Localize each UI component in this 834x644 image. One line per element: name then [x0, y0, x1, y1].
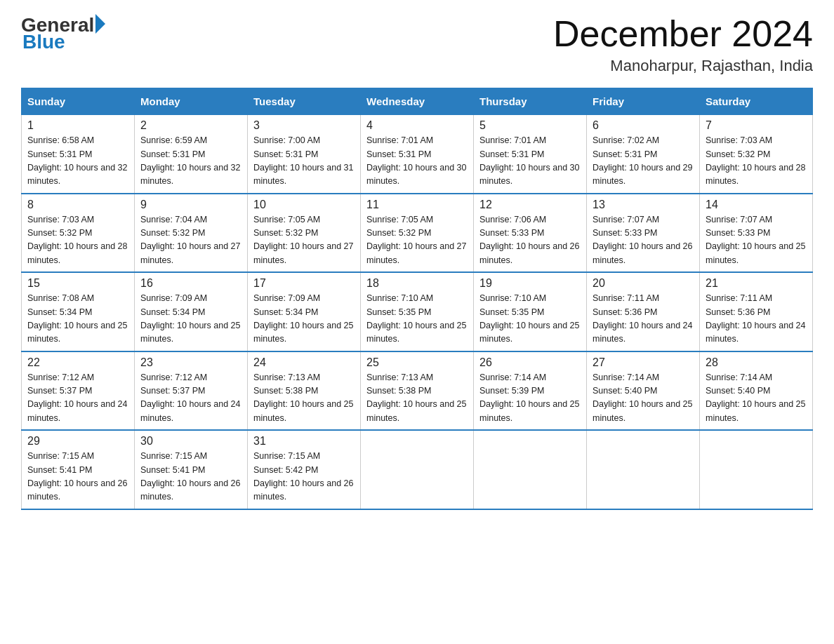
- day-info: Sunrise: 7:03 AMSunset: 5:32 PMDaylight:…: [27, 215, 127, 265]
- day-info: Sunrise: 7:07 AMSunset: 5:33 PMDaylight:…: [706, 215, 805, 265]
- calendar-day-24: 24 Sunrise: 7:13 AMSunset: 5:38 PMDaylig…: [248, 351, 361, 431]
- calendar-day-19: 19 Sunrise: 7:10 AMSunset: 5:35 PMDaylig…: [474, 272, 587, 351]
- calendar-day-3: 3 Sunrise: 7:00 AMSunset: 5:31 PMDayligh…: [248, 115, 361, 194]
- day-info: Sunrise: 7:14 AMSunset: 5:40 PMDaylight:…: [593, 373, 692, 423]
- calendar-day-6: 6 Sunrise: 7:02 AMSunset: 5:31 PMDayligh…: [587, 115, 700, 194]
- day-number: 2: [140, 119, 241, 132]
- day-number: 28: [706, 356, 807, 369]
- day-info: Sunrise: 7:10 AMSunset: 5:35 PMDaylight:…: [479, 293, 579, 344]
- calendar-day-1: 1 Sunrise: 6:58 AMSunset: 5:31 PMDayligh…: [22, 115, 135, 194]
- calendar-week-row-3: 15 Sunrise: 7:08 AMSunset: 5:34 PMDaylig…: [22, 272, 813, 351]
- day-number: 21: [706, 277, 807, 290]
- day-number: 12: [479, 199, 581, 211]
- weekday-header-saturday: Saturday: [700, 88, 813, 115]
- day-number: 18: [366, 277, 468, 290]
- calendar-day-15: 15 Sunrise: 7:08 AMSunset: 5:34 PMDaylig…: [22, 272, 135, 351]
- day-number: 9: [140, 199, 241, 211]
- calendar-week-row-4: 22 Sunrise: 7:12 AMSunset: 5:37 PMDaylig…: [22, 351, 813, 431]
- day-number: 13: [593, 199, 694, 211]
- calendar-week-row-2: 8 Sunrise: 7:03 AMSunset: 5:32 PMDayligh…: [22, 194, 813, 273]
- day-info: Sunrise: 7:12 AMSunset: 5:37 PMDaylight:…: [140, 373, 240, 423]
- day-info: Sunrise: 7:06 AMSunset: 5:33 PMDaylight:…: [479, 215, 579, 265]
- weekday-header-friday: Friday: [587, 88, 700, 115]
- calendar-week-row-5: 29 Sunrise: 7:15 AMSunset: 5:41 PMDaylig…: [22, 430, 813, 509]
- weekday-header-thursday: Thursday: [474, 88, 587, 115]
- day-info: Sunrise: 6:58 AMSunset: 5:31 PMDaylight:…: [27, 135, 127, 186]
- day-info: Sunrise: 7:15 AMSunset: 5:41 PMDaylight:…: [140, 451, 240, 502]
- day-number: 16: [140, 277, 241, 290]
- calendar-subtitle: Manoharpur, Rajasthan, India: [553, 57, 813, 75]
- day-number: 17: [253, 277, 355, 290]
- day-number: 10: [253, 199, 355, 211]
- day-info: Sunrise: 7:04 AMSunset: 5:32 PMDaylight:…: [140, 215, 240, 265]
- day-info: Sunrise: 7:09 AMSunset: 5:34 PMDaylight:…: [140, 293, 240, 344]
- day-number: 25: [366, 356, 468, 369]
- day-number: 23: [140, 356, 241, 369]
- day-number: 1: [27, 119, 128, 132]
- calendar-day-4: 4 Sunrise: 7:01 AMSunset: 5:31 PMDayligh…: [361, 115, 474, 194]
- weekday-header-sunday: Sunday: [22, 88, 135, 115]
- day-number: 15: [27, 277, 128, 290]
- calendar-day-5: 5 Sunrise: 7:01 AMSunset: 5:31 PMDayligh…: [474, 115, 587, 194]
- day-info: Sunrise: 7:01 AMSunset: 5:31 PMDaylight:…: [366, 135, 466, 186]
- day-info: Sunrise: 7:12 AMSunset: 5:37 PMDaylight:…: [27, 373, 127, 423]
- day-number: 20: [593, 277, 694, 290]
- day-number: 4: [366, 119, 468, 132]
- day-number: 3: [253, 119, 355, 132]
- logo-blue-text: Blue: [22, 31, 65, 53]
- calendar-day-25: 25 Sunrise: 7:13 AMSunset: 5:38 PMDaylig…: [361, 351, 474, 431]
- day-number: 27: [593, 356, 694, 369]
- day-info: Sunrise: 6:59 AMSunset: 5:31 PMDaylight:…: [140, 135, 240, 186]
- day-info: Sunrise: 7:13 AMSunset: 5:38 PMDaylight:…: [253, 373, 353, 423]
- day-info: Sunrise: 7:14 AMSunset: 5:39 PMDaylight:…: [479, 373, 579, 423]
- calendar-day-17: 17 Sunrise: 7:09 AMSunset: 5:34 PMDaylig…: [248, 272, 361, 351]
- day-number: 26: [479, 356, 581, 369]
- day-info: Sunrise: 7:13 AMSunset: 5:38 PMDaylight:…: [366, 373, 466, 423]
- day-number: 6: [593, 119, 694, 132]
- day-number: 19: [479, 277, 581, 290]
- calendar-day-12: 12 Sunrise: 7:06 AMSunset: 5:33 PMDaylig…: [474, 194, 587, 273]
- calendar-day-31: 31 Sunrise: 7:15 AMSunset: 5:42 PMDaylig…: [248, 430, 361, 509]
- calendar-day-26: 26 Sunrise: 7:14 AMSunset: 5:39 PMDaylig…: [474, 351, 587, 431]
- calendar-table: SundayMondayTuesdayWednesdayThursdayFrid…: [21, 88, 813, 510]
- calendar-day-21: 21 Sunrise: 7:11 AMSunset: 5:36 PMDaylig…: [700, 272, 813, 351]
- day-info: Sunrise: 7:15 AMSunset: 5:42 PMDaylight:…: [253, 451, 353, 502]
- empty-cell: [587, 430, 700, 509]
- day-number: 5: [479, 119, 581, 132]
- day-info: Sunrise: 7:01 AMSunset: 5:31 PMDaylight:…: [479, 135, 579, 186]
- empty-cell: [361, 430, 474, 509]
- day-info: Sunrise: 7:10 AMSunset: 5:35 PMDaylight:…: [366, 293, 466, 344]
- calendar-day-2: 2 Sunrise: 6:59 AMSunset: 5:31 PMDayligh…: [135, 115, 248, 194]
- weekday-header-row: SundayMondayTuesdayWednesdayThursdayFrid…: [22, 88, 813, 115]
- day-info: Sunrise: 7:03 AMSunset: 5:32 PMDaylight:…: [706, 135, 805, 186]
- calendar-day-7: 7 Sunrise: 7:03 AMSunset: 5:32 PMDayligh…: [700, 115, 813, 194]
- calendar-day-16: 16 Sunrise: 7:09 AMSunset: 5:34 PMDaylig…: [135, 272, 248, 351]
- logo: General Blue: [21, 14, 105, 53]
- day-number: 22: [27, 356, 128, 369]
- day-number: 30: [140, 435, 241, 448]
- day-info: Sunrise: 7:14 AMSunset: 5:40 PMDaylight:…: [706, 373, 805, 423]
- calendar-day-22: 22 Sunrise: 7:12 AMSunset: 5:37 PMDaylig…: [22, 351, 135, 431]
- day-info: Sunrise: 7:05 AMSunset: 5:32 PMDaylight:…: [253, 215, 353, 265]
- day-number: 7: [706, 119, 807, 132]
- calendar-day-9: 9 Sunrise: 7:04 AMSunset: 5:32 PMDayligh…: [135, 194, 248, 273]
- day-info: Sunrise: 7:05 AMSunset: 5:32 PMDaylight:…: [366, 215, 466, 265]
- calendar-day-29: 29 Sunrise: 7:15 AMSunset: 5:41 PMDaylig…: [22, 430, 135, 509]
- day-info: Sunrise: 7:07 AMSunset: 5:33 PMDaylight:…: [593, 215, 692, 265]
- calendar-day-10: 10 Sunrise: 7:05 AMSunset: 5:32 PMDaylig…: [248, 194, 361, 273]
- calendar-day-18: 18 Sunrise: 7:10 AMSunset: 5:35 PMDaylig…: [361, 272, 474, 351]
- title-block: December 2024 Manoharpur, Rajasthan, Ind…: [553, 14, 813, 75]
- calendar-day-13: 13 Sunrise: 7:07 AMSunset: 5:33 PMDaylig…: [587, 194, 700, 273]
- day-number: 24: [253, 356, 355, 369]
- calendar-day-8: 8 Sunrise: 7:03 AMSunset: 5:32 PMDayligh…: [22, 194, 135, 273]
- calendar-day-23: 23 Sunrise: 7:12 AMSunset: 5:37 PMDaylig…: [135, 351, 248, 431]
- logo-arrow-icon: [95, 14, 105, 34]
- weekday-header-tuesday: Tuesday: [248, 88, 361, 115]
- day-info: Sunrise: 7:02 AMSunset: 5:31 PMDaylight:…: [593, 135, 692, 186]
- calendar-day-20: 20 Sunrise: 7:11 AMSunset: 5:36 PMDaylig…: [587, 272, 700, 351]
- day-number: 8: [27, 199, 128, 211]
- day-number: 14: [706, 199, 807, 211]
- calendar-day-11: 11 Sunrise: 7:05 AMSunset: 5:32 PMDaylig…: [361, 194, 474, 273]
- page-header: General Blue December 2024 Manoharpur, R…: [21, 14, 813, 75]
- empty-cell: [700, 430, 813, 509]
